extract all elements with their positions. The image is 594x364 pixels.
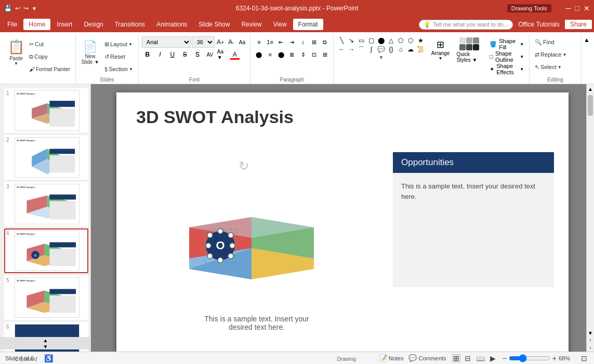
tell-me-text[interactable]: Tell me what you want to do... bbox=[433, 21, 508, 28]
bold-button[interactable]: B bbox=[142, 49, 153, 60]
decrease-indent-button[interactable]: ⇤ bbox=[276, 36, 286, 48]
prev-section-button[interactable]: ↑ bbox=[589, 337, 592, 344]
change-case-button[interactable]: Aa ▼ bbox=[217, 49, 228, 60]
slide-thumb-3[interactable]: 3 3D SWOT Analysis bbox=[4, 182, 88, 226]
shape-star[interactable]: ★ bbox=[416, 36, 425, 45]
close-icon[interactable]: ✕ bbox=[584, 4, 590, 12]
save-icon[interactable]: 💾 bbox=[4, 5, 12, 12]
decrease-font-button[interactable]: A- bbox=[227, 36, 236, 48]
reading-view-button[interactable]: 📖 bbox=[474, 354, 486, 363]
office-tutorials-link[interactable]: Office Tutorials bbox=[518, 21, 560, 28]
shape-arrow[interactable]: ↘ bbox=[347, 36, 356, 45]
strikethrough-button[interactable]: S bbox=[179, 49, 191, 60]
tell-me-box[interactable]: 💡 Tell me what you want to do... bbox=[419, 20, 513, 30]
slide-thumb-2[interactable]: 2 3D SWOT Analysis bbox=[4, 135, 88, 180]
minimize-icon[interactable]: ─ bbox=[566, 4, 571, 12]
reset-button[interactable]: ↺ Reset bbox=[102, 51, 135, 62]
italic-button[interactable]: I bbox=[154, 49, 166, 60]
sample-text-below[interactable]: This is a sample text. Insert your desir… bbox=[158, 315, 355, 331]
center-button[interactable]: ≡ bbox=[265, 49, 275, 60]
zoom-in-button[interactable]: + bbox=[552, 354, 557, 362]
menu-file[interactable]: File bbox=[2, 19, 22, 30]
shape-triangle[interactable]: △ bbox=[386, 36, 395, 45]
slideshow-button[interactable]: ▶ bbox=[489, 354, 497, 363]
font-size-select[interactable]: 36 bbox=[192, 36, 215, 48]
comments-button[interactable]: 💬 Comments bbox=[408, 354, 446, 362]
underline-button[interactable]: U bbox=[167, 49, 178, 60]
notes-button[interactable]: 📝 Notes bbox=[379, 354, 404, 362]
opportunities-body[interactable]: This is a sample text. Insert your desir… bbox=[393, 173, 554, 287]
convert-smartart-button[interactable]: ⧉ bbox=[320, 36, 330, 48]
opportunities-box[interactable]: Opportunities This is a sample text. Ins… bbox=[393, 152, 554, 287]
shape-rect[interactable]: ▭ bbox=[357, 36, 366, 45]
customize-icon[interactable]: ▼ bbox=[32, 6, 37, 11]
canvas-scrollbar-vertical[interactable]: ▲ ▼ ↑ ↓ bbox=[586, 84, 594, 352]
numbered-button[interactable]: 1≡ bbox=[265, 36, 275, 48]
slide-panel-scroll-up[interactable]: ▲ bbox=[0, 337, 91, 343]
undo-icon[interactable]: ↩ bbox=[15, 5, 20, 12]
zoom-slider[interactable] bbox=[509, 354, 550, 362]
format-painter-button[interactable]: 🖌 Format Painter bbox=[27, 63, 72, 75]
select-button[interactable]: ↖ Select ▼ bbox=[533, 61, 578, 73]
increase-indent-button[interactable]: ⇥ bbox=[287, 36, 297, 48]
menu-review[interactable]: Review bbox=[236, 19, 267, 30]
columns-button[interactable]: ⊞ bbox=[309, 36, 319, 48]
next-section-button[interactable]: ↓ bbox=[589, 344, 592, 350]
new-slide-button[interactable]: 📄 New Slide ▼ bbox=[79, 36, 101, 69]
shape-left-arrow[interactable]: ← bbox=[337, 45, 346, 53]
slide-thumb-1[interactable]: 1 3D SWOT Analysis bbox=[4, 88, 88, 133]
replace-button[interactable]: ⇄ Replace ▼ bbox=[533, 49, 578, 60]
shape-right-arrow[interactable]: → bbox=[347, 45, 356, 53]
menu-animations[interactable]: Animations bbox=[151, 19, 192, 30]
shape-cloud[interactable]: ☁ bbox=[406, 45, 415, 53]
restore-icon[interactable]: □ bbox=[575, 4, 579, 12]
shape-pentagon[interactable]: ⬠ bbox=[396, 36, 405, 45]
collapse-ribbon-button[interactable]: ▲ bbox=[582, 34, 592, 46]
shape-oval[interactable]: ⬤ bbox=[376, 36, 386, 45]
justify-button[interactable]: ≣ bbox=[287, 49, 297, 60]
slide-thumb-4[interactable]: 4 3D SWOT Analysis O bbox=[4, 228, 88, 273]
align-text-button[interactable]: ⊡ bbox=[309, 49, 319, 60]
font-color-button[interactable]: A bbox=[229, 49, 241, 60]
menu-home[interactable]: Home bbox=[23, 19, 50, 30]
shape-line[interactable]: ╲ bbox=[337, 36, 346, 45]
shape-outline-button[interactable]: □ Shape Outline ▼ bbox=[487, 51, 526, 62]
shape-hexagon[interactable]: ⬡ bbox=[406, 36, 415, 45]
shape-brace[interactable]: ⌂ bbox=[396, 45, 405, 53]
redo-icon[interactable]: ↪ bbox=[23, 5, 29, 12]
menu-view[interactable]: View bbox=[268, 19, 292, 30]
shape-scroll[interactable]: 📜 bbox=[416, 45, 425, 53]
slide-panel-scroll-down[interactable]: ▼ bbox=[0, 343, 91, 349]
text-direction-button[interactable]: ⇕ bbox=[298, 49, 308, 60]
shape-bracket[interactable]: {} bbox=[386, 45, 395, 53]
quick-styles-button[interactable]: Quick Styles ▼ bbox=[453, 36, 485, 63]
slide-canvas-area[interactable]: 3D SWOT Analysis ↻ bbox=[91, 84, 594, 352]
zoom-out-button[interactable]: − bbox=[503, 354, 507, 362]
align-left-button[interactable]: ⬤ bbox=[254, 49, 264, 60]
scroll-down-button[interactable]: ▼ bbox=[587, 329, 594, 337]
normal-view-button[interactable]: ⊞ bbox=[452, 354, 461, 363]
slide-title[interactable]: 3D SWOT Analysis bbox=[136, 107, 294, 127]
arrange-button[interactable]: ⊞ Arrange ▼ bbox=[427, 36, 453, 63]
layout-button[interactable]: ⊞ Layout ▼ bbox=[102, 38, 135, 50]
shape-callout[interactable]: 💬 bbox=[376, 45, 386, 53]
shape-curved[interactable]: ⌒ bbox=[357, 45, 366, 53]
align-right-button[interactable]: ⬤ bbox=[276, 49, 286, 60]
zoom-level[interactable]: 68% bbox=[559, 355, 574, 361]
shape-freeform[interactable]: ∫ bbox=[366, 45, 376, 53]
section-button[interactable]: § Section ▼ bbox=[102, 63, 135, 75]
menu-insert[interactable]: Insert bbox=[51, 19, 77, 30]
increase-font-button[interactable]: A+ bbox=[216, 36, 226, 48]
swot-visual[interactable]: ↻ bbox=[148, 155, 345, 311]
char-spacing-button[interactable]: AV bbox=[204, 49, 216, 60]
share-btn[interactable]: Share bbox=[565, 20, 592, 29]
slide-thumb-5[interactable]: 5 3D SWOT Analysis bbox=[4, 275, 88, 320]
menu-format[interactable]: Format bbox=[293, 19, 323, 30]
scroll-thumb[interactable] bbox=[588, 95, 593, 116]
find-button[interactable]: 🔍 Find bbox=[533, 36, 578, 48]
scroll-up-button[interactable]: ▲ bbox=[587, 85, 594, 93]
menu-slideshow[interactable]: Slide Show bbox=[193, 19, 235, 30]
clear-format-button[interactable]: Aa bbox=[237, 36, 247, 48]
cut-button[interactable]: ✂ Cut bbox=[27, 38, 72, 50]
shape-rounded-rect[interactable]: ▢ bbox=[366, 36, 376, 45]
